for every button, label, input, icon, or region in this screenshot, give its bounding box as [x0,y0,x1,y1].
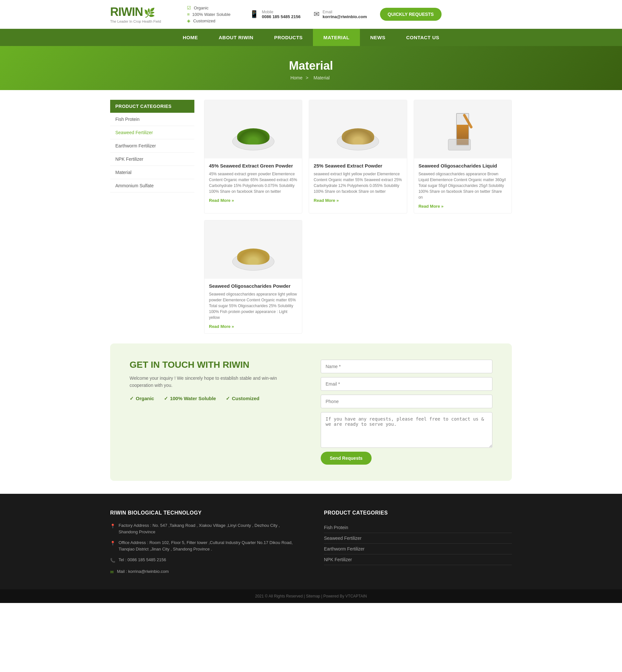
contact-heading: GET IN TOUCH WITH RIWIN [130,360,301,370]
breadcrumb: Home > Material [0,75,622,80]
read-more-link[interactable]: Read More » [419,204,444,209]
contact-feature-customized: ✓ Customized [226,396,260,401]
phone-icon: 📞 [110,557,115,564]
breadcrumb-separator: > [306,75,308,80]
contact-section: GET IN TOUCH WITH RIWIN Welcome your inq… [110,343,512,481]
nav-news[interactable]: NEWS [360,29,396,46]
contact-left: GET IN TOUCH WITH RIWIN Welcome your inq… [130,360,301,401]
phone-icon: 📱 [250,10,258,19]
check-icon: ✓ [130,396,134,401]
navbar: HOME ABOUT RIWIN PRODUCTS MATERIAL NEWS … [0,29,622,46]
read-more-link[interactable]: Read More » [314,198,339,203]
email-label: Email [323,10,367,14]
header: RIWIN🌿 The Leader In Crop Health Field ☑… [0,0,622,29]
location-icon: 📍 [110,540,115,547]
mobile-value: 0086 185 5485 2156 [262,14,300,19]
sidebar-item-npk-fertilizer[interactable]: NPK Fertilizer [110,153,195,166]
footer-company: RIWIN BIOLOGICAL TECHNOLOGY 📍 Factory Ad… [110,510,298,580]
breadcrumb-home[interactable]: Home [290,75,302,80]
footer-categories-title: PRODUCT CATEGORIES [324,510,512,516]
mobile-contact: 📱 Mobile 0086 185 5485 2156 [250,10,300,19]
product-desc: Seaweed oligosaccharides appearance ligh… [209,291,298,321]
send-requests-button[interactable]: Send Requests [321,452,372,465]
product-body: 25% Seaweed Extract Powder seaweed extra… [309,159,407,207]
contact-form: Send Requests [321,360,492,465]
sidebar-item-ammonium-sulfate[interactable]: Ammonium Sulfate [110,179,195,193]
product-grid: 45% Seaweed Extract Green Powder 45% sea… [204,100,512,334]
header-contact: 📱 Mobile 0086 185 5485 2156 ✉ Email korr… [250,10,367,19]
product-image-yellow-powder [309,100,407,159]
copyright-text: 2021 © All Rights Reserved | Sitemap | P… [255,594,367,599]
product-card-green-powder: 45% Seaweed Extract Green Powder 45% sea… [204,100,302,213]
footer-link-earthworm-fertilizer[interactable]: Earthworm Fertilizer [324,544,512,555]
lines-icon: ≡ [187,12,189,17]
phone-input[interactable] [321,395,492,408]
sidebar: PRODUCT CATEGORIES Fish Protein Seaweed … [110,100,195,334]
footer-tel: 📞 Tel : 0086 185 5485 2156 [110,557,298,564]
product-title: Seaweed Oligosaccharides Liquid [419,163,507,168]
product-card-liquid: Seaweed Oligosaccharides Liquid Seaweed … [414,100,512,213]
logo: RIWIN🌿 [110,5,155,19]
sidebar-item-fish-protein[interactable]: Fish Protein [110,113,195,126]
nav-about[interactable]: ABOUT RIWIN [208,29,264,46]
nav-contact[interactable]: CONTACT US [396,29,450,46]
sidebar-item-earthworm-fertilizer[interactable]: Earthworm Fertilizer [110,139,195,153]
breadcrumb-current: Material [314,75,330,80]
email-icon: ✉ [314,10,319,19]
logo-area: RIWIN🌿 The Leader In Crop Health Field [110,5,161,23]
read-more-link[interactable]: Read More » [209,198,234,203]
email-input[interactable] [321,377,492,391]
footer-mail: ✉ Mail : korrina@riwinbio.com [110,568,298,575]
mobile-label: Mobile [262,10,300,14]
check-icon: ✓ [226,396,230,401]
message-textarea[interactable] [321,412,492,448]
footer-categories: PRODUCT CATEGORIES Fish Protein Seaweed … [324,510,512,580]
product-body: Seaweed Oligosaccharides Powder Seaweed … [204,279,302,333]
product-card-yellow-powder: 25% Seaweed Extract Powder seaweed extra… [309,100,407,213]
footer: RIWIN BIOLOGICAL TECHNOLOGY 📍 Factory Ad… [0,494,622,590]
feature-water-soluble: ≡ 100% Water Soluble [187,12,230,17]
footer-link-seaweed-fertilizer[interactable]: Seaweed Fertilizer [324,533,512,544]
name-input[interactable] [321,360,492,373]
header-features: ☑ Organic ≡ 100% Water Soluble ◈ Customi… [187,5,230,23]
product-body: Seaweed Oligosaccharides Liquid Seaweed … [414,159,512,213]
footer-office-address: 📍 Office Address : Room 102, Floor 5, Fi… [110,539,298,552]
sidebar-item-material[interactable]: Material [110,166,195,179]
feature-customized: ◈ Customized [187,18,230,23]
hero-title: Material [0,59,622,73]
product-desc: seaweed extract light yellow powder Elem… [314,171,402,194]
nav-home[interactable]: HOME [172,29,208,46]
email-icon: ✉ [110,569,114,575]
diamond-icon: ◈ [187,18,191,23]
footer-link-npk-fertilizer[interactable]: NPK Fertilizer [324,555,512,565]
feature-organic: ☑ Organic [187,5,230,10]
logo-tagline: The Leader In Crop Health Field [110,20,161,23]
product-desc: Seaweed oligosaccharides appearance Brow… [419,171,507,200]
nav-products[interactable]: PRODUCTS [264,29,313,46]
email-contact: ✉ Email korrina@riwinbio.com [314,10,367,19]
contact-desc: Welcome your inquiry ! We sincerely hope… [130,375,301,389]
main-content: PRODUCT CATEGORIES Fish Protein Seaweed … [0,90,622,343]
footer-factory-address: 📍 Factory Address : No. 547 ,Taikang Roa… [110,522,298,535]
product-card-oligo-powder: Seaweed Oligosaccharides Powder Seaweed … [204,220,302,334]
footer-link-fish-protein[interactable]: Fish Protein [324,522,512,533]
nav-material[interactable]: MATERIAL [313,29,359,46]
product-body: 45% Seaweed Extract Green Powder 45% sea… [204,159,302,207]
read-more-link[interactable]: Read More » [209,324,234,329]
location-icon: 📍 [110,523,115,530]
contact-features: ✓ Organic ✓ 100% Water Soluble ✓ Customi… [130,396,301,401]
sidebar-title: PRODUCT CATEGORIES [110,100,195,113]
product-desc: 45% seaweed extract green powder Element… [209,171,298,194]
product-title: 25% Seaweed Extract Powder [314,163,402,168]
product-title: 45% Seaweed Extract Green Powder [209,163,298,168]
product-title: Seaweed Oligosaccharides Powder [209,283,298,289]
product-image-green-powder [204,100,302,159]
footer-bottom: 2021 © All Rights Reserved | Sitemap | P… [0,590,622,603]
footer-company-title: RIWIN BIOLOGICAL TECHNOLOGY [110,510,298,516]
quickly-requests-button[interactable]: QUICKLY REQUESTS [380,8,442,21]
hero-banner: Material Home > Material [0,46,622,90]
check-icon: ☑ [187,5,191,10]
sidebar-item-seaweed-fertilizer[interactable]: Seaweed Fertilizer [110,126,195,139]
product-image-oligo-powder [204,220,302,279]
check-icon: ✓ [164,396,168,401]
